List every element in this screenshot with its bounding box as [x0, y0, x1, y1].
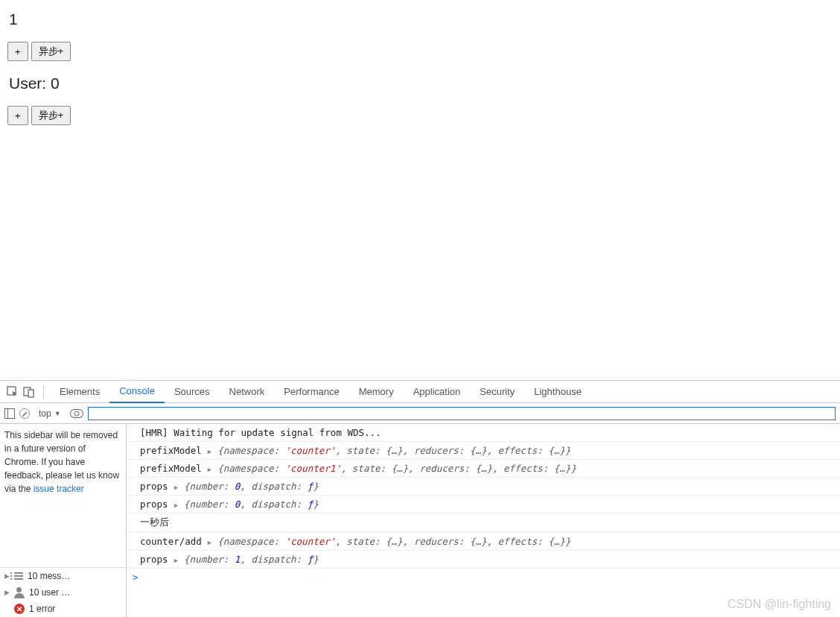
- user-async-inc-button[interactable]: 异步+: [31, 106, 71, 125]
- count-errors[interactable]: ▶ ✕ 1 error: [0, 601, 126, 617]
- counter-async-inc-button[interactable]: 异步+: [31, 42, 71, 61]
- tab-lighthouse[interactable]: Lighthouse: [524, 381, 591, 403]
- console-text: 一秒后: [140, 516, 169, 529]
- console-row[interactable]: props▶{number: 0, dispatch: ƒ}: [127, 496, 840, 513]
- expand-icon: ▶: [4, 572, 10, 580]
- console-text: [HMR] Waiting for update signal from WDS…: [140, 427, 381, 438]
- inspect-icon[interactable]: [4, 384, 21, 400]
- context-label: top: [39, 408, 51, 419]
- expand-object-icon[interactable]: ▶: [174, 501, 178, 509]
- console-log-label: props: [140, 499, 168, 510]
- expand-object-icon[interactable]: ▶: [208, 466, 211, 473]
- chevron-down-icon: ▼: [54, 410, 61, 417]
- expand-object-icon[interactable]: ▶: [208, 448, 211, 455]
- console-row[interactable]: [HMR] Waiting for update signal from WDS…: [127, 424, 840, 442]
- context-selector[interactable]: top ▼: [39, 408, 61, 419]
- user-inc-button[interactable]: +: [7, 106, 28, 125]
- object-preview[interactable]: {namespace: 'counter', state: {…}, reduc…: [217, 536, 570, 547]
- console-toolbar: top ▼: [0, 403, 840, 424]
- tab-performance[interactable]: Performance: [274, 381, 349, 403]
- object-preview[interactable]: {number: 1, dispatch: ƒ}: [184, 554, 319, 565]
- svg-rect-2: [28, 390, 34, 397]
- console-row[interactable]: prefixModel▶{namespace: 'counter1', stat…: [127, 460, 840, 478]
- tab-network[interactable]: Network: [220, 381, 275, 403]
- error-icon: ✕: [14, 604, 25, 614]
- tab-elements[interactable]: Elements: [50, 381, 109, 403]
- console-body: This sidebar will be removed in a future…: [0, 424, 840, 617]
- tab-security[interactable]: Security: [470, 381, 524, 403]
- user-number: 0: [51, 75, 60, 92]
- object-preview[interactable]: {namespace: 'counter', state: {…}, reduc…: [217, 445, 570, 456]
- console-row[interactable]: prefixModel▶{namespace: 'counter', state…: [127, 442, 840, 460]
- count-messages[interactable]: ▶ 10 mess…: [0, 568, 126, 584]
- tab-sources[interactable]: Sources: [165, 381, 220, 403]
- tab-memory[interactable]: Memory: [349, 381, 404, 403]
- tab-console[interactable]: Console: [109, 381, 165, 403]
- toggle-sidebar-icon[interactable]: [4, 408, 15, 419]
- console-log-label: prefixModel: [140, 445, 202, 456]
- user-messages-icon: [14, 587, 25, 598]
- messages-icon: [14, 572, 23, 580]
- device-toggle-icon[interactable]: [21, 384, 37, 400]
- console-row[interactable]: counter/add▶{namespace: 'counter', state…: [127, 533, 840, 551]
- console-row[interactable]: props▶{number: 0, dispatch: ƒ}: [127, 478, 840, 496]
- object-preview[interactable]: {namespace: 'counter1', state: {…}, redu…: [217, 463, 576, 474]
- counter-value: 1: [9, 10, 831, 28]
- counter-inc-button[interactable]: +: [7, 42, 28, 61]
- devtools-tabs: Elements Console Sources Network Perform…: [0, 381, 840, 403]
- console-log-label: counter/add: [140, 536, 202, 547]
- user-value: User: 0: [9, 75, 831, 92]
- app-viewport: 1 + 异步+ User: 0 + 异步+: [0, 0, 840, 380]
- object-preview[interactable]: {number: 0, dispatch: ƒ}: [184, 481, 319, 492]
- count-user[interactable]: ▶ 10 user …: [0, 584, 126, 601]
- expand-icon: ▶: [4, 589, 10, 596]
- console-sidebar: This sidebar will be removed in a future…: [0, 424, 127, 617]
- count-errors-label: 1 error: [29, 604, 55, 614]
- count-user-label: 10 user …: [29, 587, 70, 598]
- tab-separator: [43, 385, 44, 399]
- expand-object-icon[interactable]: ▶: [174, 484, 178, 491]
- expand-object-icon[interactable]: ▶: [208, 539, 211, 546]
- sidebar-counts: ▶ 10 mess… ▶ 10 user … ▶ ✕ 1 error: [0, 567, 126, 617]
- sidebar-notice: This sidebar will be removed in a future…: [0, 424, 126, 567]
- user-label-prefix: User:: [9, 75, 51, 92]
- devtools-panel: Elements Console Sources Network Perform…: [0, 380, 840, 617]
- console-row[interactable]: 一秒后: [127, 513, 840, 533]
- console-output[interactable]: [HMR] Waiting for update signal from WDS…: [127, 424, 840, 617]
- user-buttons: + 异步+: [7, 106, 833, 125]
- svg-rect-3: [5, 408, 15, 418]
- console-filter-input[interactable]: [88, 407, 836, 420]
- console-log-label: props: [140, 481, 168, 492]
- console-prompt[interactable]: >: [127, 569, 840, 586]
- expand-object-icon[interactable]: ▶: [174, 557, 178, 564]
- count-messages-label: 10 mess…: [28, 571, 70, 581]
- issue-tracker-link[interactable]: issue tracker: [34, 484, 84, 494]
- console-row[interactable]: props▶{number: 1, dispatch: ƒ}: [127, 551, 840, 569]
- counter-buttons: + 异步+: [7, 42, 833, 61]
- object-preview[interactable]: {number: 0, dispatch: ƒ}: [184, 499, 319, 510]
- console-log-label: prefixModel: [140, 463, 202, 474]
- tab-application[interactable]: Application: [404, 381, 471, 403]
- live-expression-icon[interactable]: [70, 409, 83, 418]
- console-log-label: props: [140, 554, 168, 565]
- clear-console-icon[interactable]: [19, 408, 30, 419]
